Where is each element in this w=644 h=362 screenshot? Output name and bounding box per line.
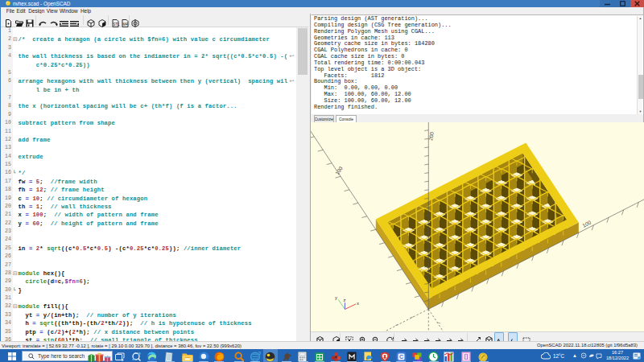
svg-text:100: 100 xyxy=(334,165,344,175)
svg-text:x: x xyxy=(357,301,359,306)
svg-text:y: y xyxy=(335,295,337,300)
svg-text:STL: STL xyxy=(113,23,120,27)
svg-text:M4: M4 xyxy=(122,23,128,27)
svg-text:C: C xyxy=(399,354,403,360)
svg-text:z: z xyxy=(344,298,346,302)
svg-text:200: 200 xyxy=(427,131,435,141)
